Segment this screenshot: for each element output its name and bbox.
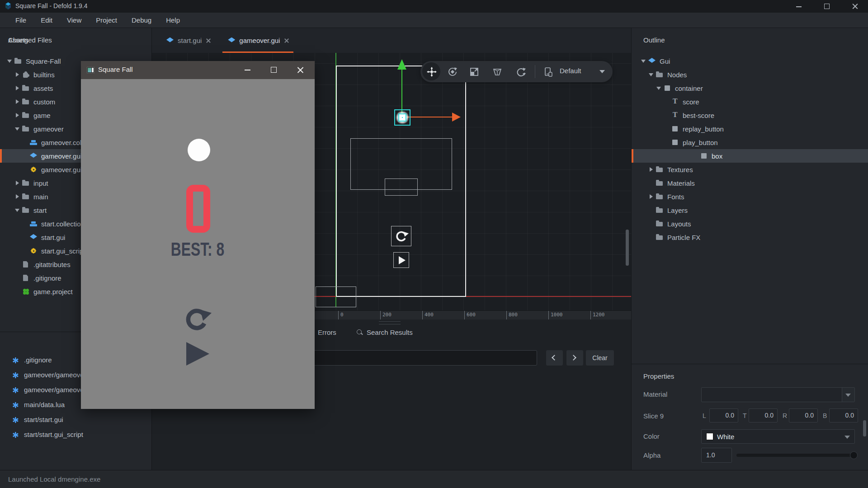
game-maximize-button[interactable]: [262, 61, 285, 79]
game-viewport[interactable]: BEST: 8: [81, 79, 315, 409]
expander-arrow[interactable]: [14, 99, 20, 105]
game-runtime-window[interactable]: Square Fall BEST: 8: [81, 61, 315, 409]
expander-arrow[interactable]: [640, 58, 646, 64]
box-node-handle[interactable]: [398, 113, 406, 122]
game-minimize-button[interactable]: [236, 61, 259, 79]
outline-item[interactable]: Gui: [634, 54, 868, 68]
editor-tab[interactable]: gameover.gui: [219, 28, 297, 53]
expander-arrow[interactable]: [14, 193, 20, 200]
find-previous-button[interactable]: [546, 350, 563, 366]
tab-close-icon[interactable]: [283, 38, 290, 44]
outline-item[interactable]: Textures: [634, 163, 868, 176]
slice9-b-field[interactable]: 0.0: [829, 408, 858, 422]
canvas-vertical-scrollbar[interactable]: [626, 230, 629, 266]
layout-profile-value: Default: [560, 67, 581, 75]
outline-item[interactable]: container: [634, 81, 868, 95]
perspective-tool-button[interactable]: [492, 67, 502, 77]
alpha-slider[interactable]: [736, 454, 856, 457]
gui-icon: [648, 57, 656, 65]
selected-box-node[interactable]: [394, 109, 410, 126]
play-button-node-outline[interactable]: [385, 178, 418, 196]
builtins-icon: [22, 71, 30, 78]
asterisk-icon: [12, 401, 19, 408]
menu-item[interactable]: Help: [159, 13, 187, 28]
game-window-icon: [87, 67, 94, 73]
expander-arrow[interactable]: [14, 112, 20, 118]
gizmo-y-arrowhead[interactable]: [397, 59, 406, 70]
expander-arrow[interactable]: [6, 58, 13, 64]
expander-arrow[interactable]: [14, 71, 20, 78]
outline-tree: Gui Nodes container score: [634, 54, 868, 244]
alpha-field[interactable]: 1.0: [701, 448, 732, 463]
outline-item[interactable]: score: [634, 95, 868, 108]
window-close-button[interactable]: [844, 0, 865, 13]
expander-arrow[interactable]: [14, 85, 20, 91]
game-window-title-bar[interactable]: Square Fall: [81, 61, 315, 79]
outline-item[interactable]: Layouts: [634, 217, 868, 230]
asterisk-icon: [12, 416, 19, 423]
menu-item[interactable]: Project: [89, 13, 124, 28]
slice9-t-field[interactable]: 0.0: [749, 408, 778, 422]
menu-item[interactable]: Debug: [124, 13, 159, 28]
profile-dropdown-caret[interactable]: [599, 70, 605, 73]
changed-file-row[interactable]: start/start.gui: [0, 412, 151, 427]
menu-item[interactable]: View: [60, 13, 89, 28]
outline-item[interactable]: Layers: [634, 203, 868, 217]
asterisk-icon: [12, 357, 19, 364]
rotate-tool-button[interactable]: [448, 67, 458, 77]
editor-tab[interactable]: start.gui: [157, 28, 219, 53]
refresh-tool-button[interactable]: [516, 67, 526, 77]
outline-item[interactable]: replay_button: [634, 122, 868, 136]
minimize-icon: [796, 6, 802, 7]
alpha-slider-knob[interactable]: [850, 451, 858, 459]
clear-console-button[interactable]: Clear: [586, 350, 614, 366]
menu-item[interactable]: Edit: [33, 13, 60, 28]
scale-tool-button[interactable]: [469, 67, 479, 77]
play-triangle-icon: [399, 256, 406, 264]
outline-item[interactable]: Nodes: [634, 68, 868, 81]
menu-item[interactable]: File: [8, 13, 33, 28]
expander-arrow[interactable]: [14, 180, 20, 186]
rotate-icon: [448, 67, 458, 77]
expander-arrow[interactable]: [14, 207, 20, 213]
expander-arrow[interactable]: [656, 85, 662, 91]
minimize-icon: [245, 70, 250, 70]
defold-editor-window: Square Fall - Defold 1.9.4 FileEditViewP…: [0, 0, 868, 488]
expander-arrow[interactable]: [14, 126, 20, 132]
properties-scrollbar[interactable]: [863, 420, 866, 436]
title-bar: Square Fall - Defold 1.9.4: [0, 0, 868, 13]
outline-item[interactable]: play_button: [634, 136, 868, 149]
tree-item-label: start.gui_script: [41, 247, 85, 255]
gizmo-x-arrowhead[interactable]: [452, 113, 461, 122]
tree-item-label: gameover: [33, 125, 64, 133]
move-tool-button[interactable]: [427, 67, 437, 77]
play-node-icon[interactable]: [393, 252, 409, 268]
tree-item-label: start.collection: [41, 220, 85, 228]
tab-search-results[interactable]: Search Results: [356, 328, 413, 336]
color-dropdown[interactable]: White: [701, 429, 855, 444]
container-node-outline[interactable]: [316, 286, 356, 307]
window-minimize-button[interactable]: [788, 0, 809, 13]
replay-node-icon[interactable]: [391, 226, 411, 246]
outline-item[interactable]: best-score: [634, 108, 868, 122]
changed-file-row[interactable]: start/start.gui_script: [0, 427, 151, 442]
outline-item[interactable]: Materials: [634, 176, 868, 190]
game-close-button[interactable]: [289, 61, 311, 79]
layout-device-button[interactable]: [543, 67, 553, 77]
expander-arrow[interactable]: [648, 166, 654, 173]
game-replay-button[interactable]: [183, 305, 212, 334]
outline-item[interactable]: Fonts: [634, 190, 868, 203]
find-next-button[interactable]: [566, 350, 583, 366]
outline-item[interactable]: Particle FX: [634, 230, 868, 244]
window-maximize-button[interactable]: [816, 0, 837, 13]
expander-arrow[interactable]: [648, 193, 654, 200]
outline-item[interactable]: box: [632, 149, 868, 163]
expander-arrow[interactable]: [648, 71, 654, 78]
material-dropdown[interactable]: [701, 387, 855, 402]
splitter-grip[interactable]: [379, 321, 401, 324]
tab-close-icon[interactable]: [205, 38, 212, 44]
slice9-l-field[interactable]: 0.0: [709, 408, 738, 422]
game-play-button[interactable]: [186, 342, 209, 366]
gui-icon: [228, 37, 236, 44]
slice9-r-field[interactable]: 0.0: [789, 408, 818, 422]
